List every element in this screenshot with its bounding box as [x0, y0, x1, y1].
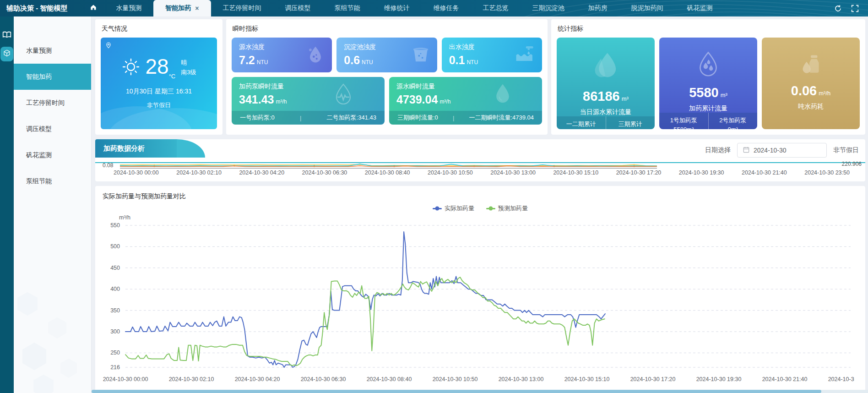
legend-item-1[interactable]: 预测加药量: [486, 204, 528, 213]
footer-separator: |: [453, 115, 454, 121]
dosing-analysis-panel: 加药数据分析 日期选择 2024-10-30 非节假日: [95, 139, 865, 181]
condition-text: 晴: [181, 58, 196, 68]
top-tab-5[interactable]: 维修统计: [372, 0, 422, 16]
home-icon: [90, 4, 97, 13]
sidebar-item-0[interactable]: 水量预测: [14, 38, 91, 64]
dosing-analysis-ribbon: 加药数据分析: [95, 139, 205, 158]
dosing-drop-icon: [693, 49, 723, 82]
horizontal-scrollbar[interactable]: [92, 390, 868, 393]
spark-x-label: 2024-10-30 13:00: [490, 169, 536, 176]
spark-x-label: 2024-10-30 06:30: [302, 169, 347, 176]
weather-panel-title: 天气情况: [95, 19, 222, 38]
model-module-chip[interactable]: [0, 47, 13, 61]
top-bar: 辅助决策 - 智能模型 水量预测智能加药×工艺停留时间调压模型泵组节能维修统计维…: [0, 0, 868, 16]
weather-panel: 天气情况: [95, 19, 222, 135]
chart-legend: 实际加药量预测加药量: [95, 204, 865, 213]
top-tab-4[interactable]: 泵组节能: [323, 0, 372, 16]
tab-close-icon[interactable]: ×: [195, 5, 199, 12]
spark-x-label: 2024-10-30 21:40: [742, 169, 787, 176]
stat-footer-col: 一二期累计11016m³: [557, 116, 606, 129]
footer-right: 二号加药泵:341.43: [327, 114, 376, 122]
refresh-icon[interactable]: [834, 5, 842, 12]
stat-card-0: 86186m³当日源水累计流量一二期累计11016m³三期累计75170m³: [557, 38, 655, 129]
home-button[interactable]: [83, 0, 104, 16]
sidebar-item-1[interactable]: 智能加药: [14, 64, 91, 90]
footer-separator: |: [300, 115, 301, 121]
svg-text:2024-10-30 21:40: 2024-10-30 21:40: [762, 376, 808, 382]
stat-footer-col: 2号加药泵0m³: [708, 113, 758, 129]
tab-label: 智能加药: [165, 4, 191, 12]
comparison-chart-title: 实际加药量与预测加药量对比: [95, 186, 865, 201]
card-label: 加药泵瞬时流量: [239, 82, 377, 91]
app-root: 辅助决策 - 智能模型 水量预测智能加药×工艺停留时间调压模型泵组节能维修统计维…: [0, 0, 868, 393]
book-icon[interactable]: [2, 31, 11, 40]
top-tab-7[interactable]: 工艺总览: [471, 0, 521, 16]
legend-marker: [433, 208, 442, 209]
svg-text:2024-10-30 23:50: 2024-10-30 23:50: [828, 376, 854, 382]
stat-footer-col: 三期累计75170m³: [606, 116, 655, 129]
ribbon-title: 加药数据分析: [95, 139, 177, 158]
stat-footer-col: 1号加药泵5580m³: [659, 113, 708, 129]
stat-value: 0.06m³/h: [791, 83, 830, 98]
ribbon-tail-decoration: [177, 139, 205, 158]
spark-x-axis-labels: 2024-10-30 00:002024-10-30 02:102024-10-…: [114, 169, 850, 176]
water-drop-icon: [493, 82, 513, 106]
svg-text:300: 300: [110, 328, 120, 335]
tab-label: 水量预测: [116, 4, 141, 12]
spark-x-label: 2024-10-30 23:50: [804, 169, 850, 176]
svg-text:400: 400: [110, 286, 120, 292]
flow-cards-row: 加药泵瞬时流量341.43m³/h一号加药泵:0|二号加药泵:341.43源水瞬…: [232, 77, 542, 125]
top-tab-0[interactable]: 水量预测: [104, 0, 153, 16]
calendar-icon: [743, 147, 749, 154]
top-tab-10[interactable]: 脱泥加药间: [619, 0, 675, 16]
top-tab-3[interactable]: 调压模型: [273, 0, 323, 16]
stat-footer: 1号加药泵5580m³2号加药泵0m³: [659, 113, 757, 129]
weather-date-line: 10月30日 星期三 16:31: [101, 87, 217, 96]
analysis-controls: 日期选择 2024-10-30 非节假日: [705, 143, 859, 158]
top-tab-1[interactable]: 智能加药×: [153, 0, 211, 16]
tab-label: 工艺停留时间: [223, 4, 261, 12]
svg-text:450: 450: [110, 265, 120, 271]
instant-panel-title: 瞬时指标: [226, 19, 548, 38]
comparison-line-chart[interactable]: 2162503003504004505005502024-10-30 00:00…: [99, 222, 854, 390]
app-title: 辅助决策 - 智能模型: [0, 0, 83, 16]
sidebar-item-4[interactable]: 矾花监测: [14, 142, 91, 168]
flow-card-1: 源水瞬时流量4739.04m³/h三期瞬时流量:0|一二期瞬时流量:4739.0…: [389, 77, 542, 125]
legend-label: 实际加药量: [445, 204, 474, 213]
svg-text:250: 250: [110, 349, 120, 356]
stats-cards-row: 86186m³当日源水累计流量一二期累计11016m³三期累计75170m³55…: [557, 38, 860, 129]
sidebar-item-5[interactable]: 泵组节能: [14, 168, 91, 194]
cube-icon: [3, 49, 11, 59]
topbar-actions: [834, 0, 868, 16]
sidebar-item-3[interactable]: 调压模型: [14, 116, 91, 142]
date-picker[interactable]: 2024-10-30: [737, 143, 827, 158]
stat-card-1: 5580m³加药累计流量1号加药泵5580m³2号加药泵0m³: [659, 38, 757, 129]
top-tab-8[interactable]: 三期沉淀池: [521, 0, 576, 16]
spark-min-label: 0.08: [103, 162, 113, 169]
main-row: 水量预测智能加药工艺停留时间调压模型矾花监测泵组节能 天气情况: [0, 16, 868, 393]
tab-label: 矾花监测: [687, 4, 713, 12]
tab-label: 调压模型: [285, 4, 311, 12]
spark-x-label: 2024-10-30 00:00: [114, 169, 159, 176]
date-value: 2024-10-30: [754, 147, 787, 154]
outflow-water-icon: [515, 45, 536, 64]
scrollbar-thumb[interactable]: [92, 390, 821, 393]
stat-value: 86186m³: [583, 89, 629, 104]
icon-rail: [0, 16, 14, 393]
svg-text:2024-10-30 00:00: 2024-10-30 00:00: [103, 376, 148, 382]
legend-item-0[interactable]: 实际加药量: [433, 204, 474, 213]
top-panels-row: 天气情况: [95, 19, 865, 135]
sidebar-menu: 水量预测智能加药工艺停留时间调压模型矾花监测泵组节能: [14, 16, 92, 393]
top-tab-2[interactable]: 工艺停留时间: [211, 0, 273, 16]
top-tab-11[interactable]: 矾花监测: [675, 0, 725, 16]
sidebar-item-2[interactable]: 工艺停留时间: [14, 90, 91, 116]
top-tab-6[interactable]: 维修任务: [422, 0, 471, 16]
top-tab-9[interactable]: 加药房: [576, 0, 619, 16]
turbidity-card-0: 源水浊度7.2NTU: [232, 38, 332, 72]
tab-label: 泵组节能: [335, 4, 360, 12]
tab-label: 加药房: [588, 4, 608, 12]
weather-main: 28°C 晴 南3级: [101, 56, 217, 79]
content-area: 天气情况: [92, 16, 868, 393]
svg-text:350: 350: [110, 307, 120, 314]
fullscreen-icon[interactable]: [851, 5, 859, 12]
